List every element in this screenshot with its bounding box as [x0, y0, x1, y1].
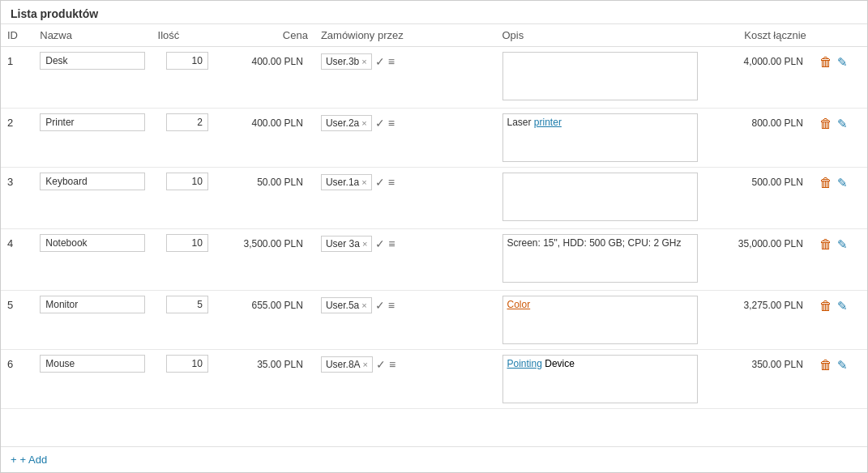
- cell-ordered-4: User.5a ×✓≡: [314, 291, 496, 350]
- cell-ordered-5: User.8A ×✓≡: [314, 350, 496, 409]
- user-label-5: User.8A: [326, 359, 361, 370]
- name-input-3[interactable]: [40, 234, 144, 252]
- cell-price-4: 655.00 PLN: [215, 291, 314, 350]
- cell-qty-5: [152, 350, 215, 409]
- cell-total-0: 4,000.00 PLN: [704, 47, 813, 109]
- delete-button-3[interactable]: 🗑: [819, 237, 832, 252]
- menu-icon-5[interactable]: ≡: [389, 358, 396, 371]
- cell-id-1: 2: [1, 109, 33, 168]
- edit-button-1[interactable]: ✎: [837, 117, 848, 131]
- desc-textarea-0[interactable]: [502, 52, 698, 100]
- header-id: ID: [1, 24, 33, 47]
- remove-user-icon-2[interactable]: ×: [361, 177, 366, 187]
- add-label: + Add: [20, 454, 48, 466]
- delete-button-2[interactable]: 🗑: [819, 176, 832, 190]
- desc-textarea-2[interactable]: [502, 173, 698, 221]
- cell-desc-4: Color: [496, 291, 704, 350]
- cell-actions-0: 🗑✎: [813, 47, 867, 109]
- check-icon-5[interactable]: ✓: [376, 358, 386, 371]
- check-icon-1[interactable]: ✓: [375, 117, 385, 130]
- add-row-button[interactable]: + + Add: [1, 446, 867, 472]
- edit-button-0[interactable]: ✎: [837, 55, 848, 70]
- edit-button-3[interactable]: ✎: [837, 237, 848, 252]
- cell-id-3: 4: [1, 229, 33, 291]
- products-table: ID Nazwa Ilość Cena Zamówiony przez Opis…: [1, 24, 867, 409]
- qty-input-5[interactable]: [166, 355, 208, 373]
- remove-user-icon-0[interactable]: ×: [361, 57, 366, 66]
- action-icons-1: 🗑✎: [819, 113, 861, 131]
- check-icon-4[interactable]: ✓: [375, 299, 385, 312]
- user-tag-2[interactable]: User.1a ×: [321, 174, 372, 190]
- header-price: Cena: [215, 24, 314, 47]
- app-window: Lista produktów ID Nazwa Ilość Cena Zamó…: [0, 0, 868, 473]
- edit-button-4[interactable]: ✎: [837, 299, 848, 313]
- header-ordered: Zamówiony przez: [314, 24, 496, 47]
- qty-input-2[interactable]: [166, 173, 208, 190]
- cell-price-2: 50.00 PLN: [215, 168, 314, 229]
- user-tag-3[interactable]: User 3a ×: [321, 236, 372, 252]
- name-input-5[interactable]: [40, 355, 144, 373]
- plus-icon: +: [11, 454, 17, 466]
- cell-id-0: 1: [1, 47, 33, 109]
- cell-id-4: 5: [1, 291, 33, 350]
- menu-icon-3[interactable]: ≡: [388, 237, 395, 250]
- desc-colored-link-4[interactable]: Color: [507, 299, 531, 310]
- cell-id-2: 3: [1, 168, 33, 229]
- qty-input-1[interactable]: [166, 113, 208, 131]
- total-value-3: 35,000.00 PLN: [711, 236, 806, 252]
- delete-button-0[interactable]: 🗑: [819, 55, 832, 70]
- delete-button-4[interactable]: 🗑: [819, 299, 832, 313]
- user-tag-0[interactable]: User.3b ×: [321, 53, 372, 70]
- total-value-1: 800.00 PLN: [711, 115, 806, 131]
- name-input-0[interactable]: [40, 52, 144, 70]
- cell-id-5: 6: [1, 350, 33, 409]
- action-icons-3: 🗑✎: [819, 234, 861, 252]
- table-row: 5655.00 PLNUser.5a ×✓≡Color3,275.00 PLN🗑…: [1, 291, 867, 350]
- menu-icon-1[interactable]: ≡: [388, 117, 395, 130]
- qty-input-4[interactable]: [166, 296, 208, 313]
- delete-button-5[interactable]: 🗑: [819, 358, 832, 373]
- cell-desc-3: [496, 229, 704, 291]
- edit-button-5[interactable]: ✎: [837, 358, 848, 373]
- check-icon-2[interactable]: ✓: [375, 176, 385, 189]
- cell-qty-4: [152, 291, 215, 350]
- remove-user-icon-3[interactable]: ×: [362, 239, 367, 249]
- name-input-1[interactable]: [40, 113, 144, 131]
- remove-user-icon-4[interactable]: ×: [361, 300, 366, 310]
- price-value-0: 400.00 PLN: [221, 53, 308, 70]
- remove-user-icon-1[interactable]: ×: [361, 118, 366, 128]
- header-desc: Opis: [496, 24, 704, 47]
- check-icon-0[interactable]: ✓: [375, 55, 385, 68]
- qty-input-3[interactable]: [166, 234, 208, 252]
- cell-total-4: 3,275.00 PLN: [704, 291, 813, 350]
- header-actions: [813, 24, 867, 47]
- total-value-2: 500.00 PLN: [711, 174, 806, 190]
- pointing-link-5[interactable]: Pointing: [507, 358, 542, 369]
- user-tag-4[interactable]: User.5a ×: [321, 297, 372, 313]
- user-tag-1[interactable]: User.2a ×: [321, 115, 372, 131]
- menu-icon-4[interactable]: ≡: [388, 299, 395, 312]
- cell-name-3: [33, 229, 151, 291]
- cell-name-4: [33, 291, 151, 350]
- cell-ordered-3: User 3a ×✓≡: [314, 229, 496, 291]
- desc-link-1[interactable]: printer: [534, 117, 562, 128]
- header-qty: Ilość: [152, 24, 215, 47]
- name-input-4[interactable]: [40, 296, 144, 313]
- user-tag-5[interactable]: User.8A ×: [321, 356, 373, 373]
- name-input-2[interactable]: [40, 173, 144, 190]
- table-container: ID Nazwa Ilość Cena Zamówiony przez Opis…: [1, 24, 867, 446]
- qty-input-0[interactable]: [166, 52, 208, 70]
- remove-user-icon-5[interactable]: ×: [363, 360, 368, 369]
- desc-textarea-3[interactable]: [502, 234, 698, 283]
- user-label-3: User 3a: [326, 238, 360, 249]
- cell-name-2: [33, 168, 151, 229]
- page-title: Lista produktów: [1, 1, 867, 24]
- table-row: 2400.00 PLNUser.2a ×✓≡Laser printer800.0…: [1, 109, 867, 168]
- menu-icon-2[interactable]: ≡: [388, 176, 395, 189]
- menu-icon-0[interactable]: ≡: [388, 55, 395, 68]
- cell-price-1: 400.00 PLN: [215, 109, 314, 168]
- edit-button-2[interactable]: ✎: [837, 176, 848, 190]
- delete-button-1[interactable]: 🗑: [819, 117, 832, 131]
- check-icon-3[interactable]: ✓: [375, 237, 385, 250]
- cell-total-2: 500.00 PLN: [704, 168, 813, 229]
